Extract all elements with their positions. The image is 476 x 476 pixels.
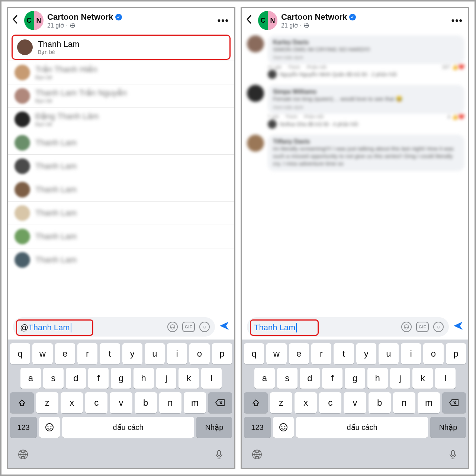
emoji-keyboard-key[interactable] (273, 417, 294, 438)
mention-suggestion[interactable]: Thanh Lam Bạn bè (12, 35, 231, 60)
page-avatar[interactable]: C N (24, 11, 44, 30)
sticker-icon[interactable] (167, 322, 178, 332)
key-a[interactable]: a (20, 368, 41, 389)
numeric-key[interactable]: 123 (10, 417, 37, 438)
back-button[interactable] (12, 14, 22, 27)
key-n[interactable]: n (393, 392, 415, 413)
key-d[interactable]: d (300, 368, 320, 389)
mention-suggestion[interactable]: Đặng Thanh Lâm Bạn bè (8, 107, 234, 131)
shift-key[interactable] (10, 392, 34, 413)
send-button[interactable] (219, 320, 230, 334)
back-button[interactable] (245, 14, 256, 27)
key-m[interactable]: m (184, 392, 206, 413)
enter-key[interactable]: Nhập (196, 417, 232, 438)
commenter-avatar[interactable] (247, 85, 264, 102)
comment-input[interactable]: Thanh Lam GIF (247, 317, 449, 337)
enter-key[interactable]: Nhập (430, 417, 466, 438)
key-b[interactable]: b (369, 392, 391, 413)
key-o[interactable]: o (423, 343, 443, 364)
key-g[interactable]: g (111, 368, 131, 389)
key-k[interactable]: k (412, 368, 433, 389)
key-l[interactable]: l (201, 368, 222, 389)
commenter-avatar[interactable] (247, 35, 264, 52)
key-u[interactable]: u (379, 343, 399, 364)
key-f[interactable]: f (88, 368, 109, 389)
key-n[interactable]: n (159, 392, 181, 413)
key-t[interactable]: t (334, 343, 354, 364)
mention-suggestion[interactable]: Thanh Lam (8, 154, 234, 178)
key-p[interactable]: p (446, 343, 466, 364)
key-i[interactable]: i (401, 343, 421, 364)
numeric-key[interactable]: 123 (244, 417, 271, 438)
key-c[interactable]: c (319, 392, 341, 413)
mention-suggestion[interactable]: Trần Thanh Hiền Bạn bè (8, 61, 234, 84)
key-z[interactable]: z (270, 392, 292, 413)
like-action[interactable]: Thích (285, 114, 298, 119)
space-key[interactable]: dấu cách (62, 417, 194, 438)
mention-suggestion[interactable]: Thanh Lam (8, 248, 234, 271)
commenter-avatar[interactable] (247, 135, 264, 152)
backspace-key[interactable] (442, 392, 466, 413)
key-y[interactable]: y (356, 343, 376, 364)
sticker-icon[interactable] (401, 322, 412, 332)
mention-suggestion[interactable]: Thanh Lam (8, 178, 234, 201)
key-o[interactable]: o (189, 343, 209, 364)
emoji-keyboard-key[interactable] (39, 417, 60, 438)
key-m[interactable]: m (418, 392, 440, 413)
key-v[interactable]: v (110, 392, 132, 413)
gif-icon[interactable]: GIF (182, 322, 195, 332)
key-e[interactable]: e (55, 343, 75, 364)
key-b[interactable]: b (135, 392, 157, 413)
globe-keyboard-icon[interactable] (17, 449, 29, 461)
mention-suggestion[interactable]: Thanh Lam (8, 225, 234, 248)
key-j[interactable]: j (390, 368, 411, 389)
key-w[interactable]: w (32, 343, 52, 364)
reply-preview[interactable]: Notfua Gha đã trả lời · 4 phản hồi (247, 120, 464, 129)
key-s[interactable]: s (43, 368, 64, 389)
key-e[interactable]: e (289, 343, 309, 364)
shift-key[interactable] (244, 392, 268, 413)
mic-icon[interactable] (213, 449, 225, 461)
key-l[interactable]: l (435, 368, 456, 389)
key-z[interactable]: z (36, 392, 58, 413)
key-y[interactable]: y (122, 343, 142, 364)
key-q[interactable]: q (244, 343, 264, 364)
globe-keyboard-icon[interactable] (251, 449, 263, 461)
key-w[interactable]: w (266, 343, 286, 364)
key-h[interactable]: h (134, 368, 154, 389)
key-v[interactable]: v (344, 392, 366, 413)
key-x[interactable]: x (61, 392, 83, 413)
more-button[interactable]: ••• (218, 15, 229, 26)
key-r[interactable]: r (311, 343, 331, 364)
key-i[interactable]: i (167, 343, 187, 364)
commenter-name[interactable]: Simpa Williams (273, 89, 459, 95)
key-h[interactable]: h (367, 368, 388, 389)
key-d[interactable]: d (66, 368, 86, 389)
commenter-name[interactable]: Karley Davis (273, 39, 459, 46)
key-r[interactable]: r (77, 343, 97, 364)
more-button[interactable]: ••• (451, 15, 463, 26)
key-p[interactable]: p (212, 343, 232, 364)
key-x[interactable]: x (295, 392, 317, 413)
key-c[interactable]: c (85, 392, 107, 413)
reply-preview[interactable]: Nguyễn Nguyễn Minh Quân đã trả lời · 2 p… (247, 70, 464, 79)
mention-suggestion[interactable]: Thanh Lam Trần Nguyễn Bạn bè (8, 84, 234, 107)
key-u[interactable]: u (145, 343, 165, 364)
emoji-icon[interactable] (433, 322, 444, 332)
space-key[interactable]: dấu cách (296, 417, 428, 438)
mic-icon[interactable] (447, 449, 459, 461)
key-f[interactable]: f (322, 368, 342, 389)
key-s[interactable]: s (277, 368, 298, 389)
mention-suggestion[interactable]: Thanh Lam (8, 131, 234, 154)
page-title[interactable]: Cartoon Network (47, 12, 113, 22)
key-g[interactable]: g (345, 368, 365, 389)
page-avatar[interactable]: C N (258, 11, 277, 30)
key-a[interactable]: a (254, 368, 275, 389)
mention-suggestion[interactable]: Thanh Lam (8, 201, 234, 225)
backspace-key[interactable] (208, 392, 232, 413)
key-q[interactable]: q (10, 343, 30, 364)
reply-action[interactable]: Phản hồi (307, 64, 327, 70)
commenter-name[interactable]: Tiffany Davis (273, 138, 459, 145)
comment-input[interactable]: @Thanh Lam GIF (13, 317, 215, 337)
emoji-icon[interactable] (199, 322, 210, 332)
